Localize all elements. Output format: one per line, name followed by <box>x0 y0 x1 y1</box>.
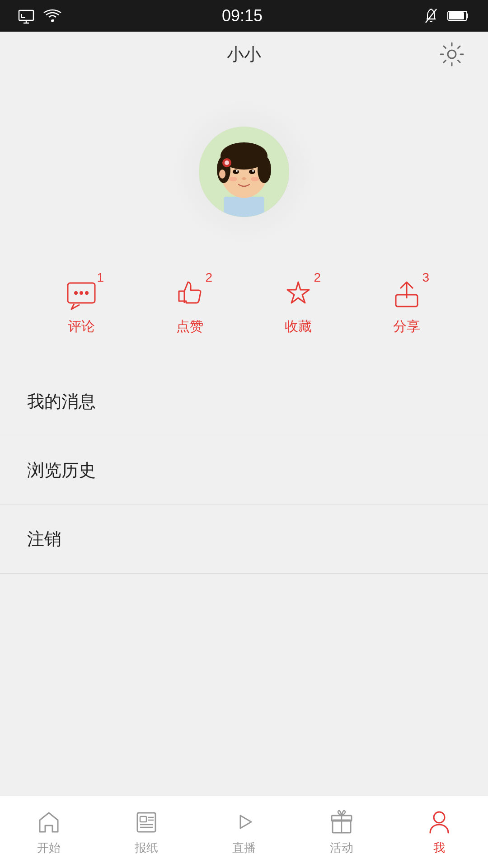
home-icon <box>35 808 62 835</box>
status-bar: 09:15 <box>0 0 488 32</box>
star-icon <box>282 278 314 310</box>
nav-newspaper[interactable]: 报纸 <box>110 808 183 856</box>
stat-like-icon-wrap: 2 <box>172 276 208 312</box>
stat-share-icon-wrap: 3 <box>389 276 425 312</box>
stats-row: 1 评论 2 点赞 2 收藏 <box>0 267 488 354</box>
svg-point-22 <box>249 147 266 160</box>
svg-point-14 <box>249 170 255 174</box>
svg-rect-0 <box>19 10 33 20</box>
nav-activity[interactable]: 活动 <box>305 808 378 856</box>
svg-point-19 <box>251 177 259 181</box>
gear-icon <box>439 41 465 67</box>
svg-point-21 <box>225 160 229 165</box>
status-right-icons <box>423 7 470 24</box>
header: 小小 <box>0 32 488 77</box>
svg-point-16 <box>252 170 254 172</box>
menu-item-messages[interactable]: 我的消息 <box>0 368 488 436</box>
live-icon <box>230 808 258 835</box>
nav-me[interactable]: 我 <box>403 808 475 856</box>
svg-point-17 <box>242 177 246 180</box>
gift-icon <box>328 808 355 835</box>
svg-point-18 <box>229 177 237 181</box>
stat-comments[interactable]: 1 评论 <box>63 276 99 336</box>
comment-icon <box>65 278 98 310</box>
favorite-count: 2 <box>314 271 321 284</box>
svg-rect-7 <box>224 197 264 217</box>
newspaper-icon <box>133 808 160 835</box>
nav-home[interactable]: 开始 <box>13 808 85 856</box>
menu-history-label: 浏览历史 <box>27 459 96 482</box>
comment-count: 1 <box>97 271 104 284</box>
screen-mirror-icon <box>18 8 34 24</box>
share-label: 分享 <box>393 317 420 336</box>
like-label: 点赞 <box>176 317 203 336</box>
svg-point-32 <box>434 812 445 823</box>
nav-me-label: 我 <box>433 840 445 856</box>
nav-live[interactable]: 直播 <box>208 808 280 856</box>
thumbsup-icon <box>174 278 206 310</box>
svg-point-26 <box>85 291 89 295</box>
svg-rect-28 <box>137 813 155 832</box>
person-icon <box>426 808 453 835</box>
settings-button[interactable] <box>438 41 465 68</box>
share-count: 3 <box>422 271 429 284</box>
status-left-icons <box>18 8 61 24</box>
menu-item-logout[interactable]: 注销 <box>0 505 488 574</box>
comment-label: 评论 <box>68 317 95 336</box>
profile-section <box>0 77 488 267</box>
bell-mute-icon <box>423 7 439 24</box>
nav-live-label: 直播 <box>232 840 256 856</box>
avatar[interactable] <box>199 127 289 217</box>
svg-rect-29 <box>140 816 146 822</box>
time-display: 09:15 <box>222 6 263 25</box>
nav-home-label: 开始 <box>37 840 61 856</box>
svg-point-25 <box>80 291 83 295</box>
svg-point-24 <box>74 291 78 295</box>
svg-point-13 <box>233 170 239 174</box>
avatar-glow <box>172 99 316 244</box>
stat-comment-icon-wrap: 1 <box>63 276 99 312</box>
like-count: 2 <box>205 271 212 284</box>
share-icon <box>390 278 423 310</box>
svg-rect-3 <box>449 12 464 19</box>
menu-messages-label: 我的消息 <box>27 390 96 413</box>
bottom-nav: 开始 报纸 直播 <box>0 796 488 868</box>
nav-newspaper-label: 报纸 <box>135 840 158 856</box>
wifi-icon <box>43 8 61 24</box>
stat-likes[interactable]: 2 点赞 <box>172 276 208 336</box>
menu-item-history[interactable]: 浏览历史 <box>0 436 488 505</box>
favorite-label: 收藏 <box>285 317 312 336</box>
svg-point-11 <box>258 156 271 183</box>
stat-favorite-icon-wrap: 2 <box>280 276 316 312</box>
menu-section: 我的消息 浏览历史 注销 <box>0 368 488 574</box>
svg-point-4 <box>448 50 456 58</box>
svg-point-1 <box>51 19 54 22</box>
svg-point-15 <box>236 170 238 172</box>
stat-favorites[interactable]: 2 收藏 <box>280 276 316 336</box>
menu-logout-label: 注销 <box>27 528 61 551</box>
stat-shares[interactable]: 3 分享 <box>389 276 425 336</box>
battery-icon <box>447 9 470 22</box>
page-title: 小小 <box>227 43 261 66</box>
nav-activity-label: 活动 <box>330 840 353 856</box>
svg-point-12 <box>219 170 225 179</box>
